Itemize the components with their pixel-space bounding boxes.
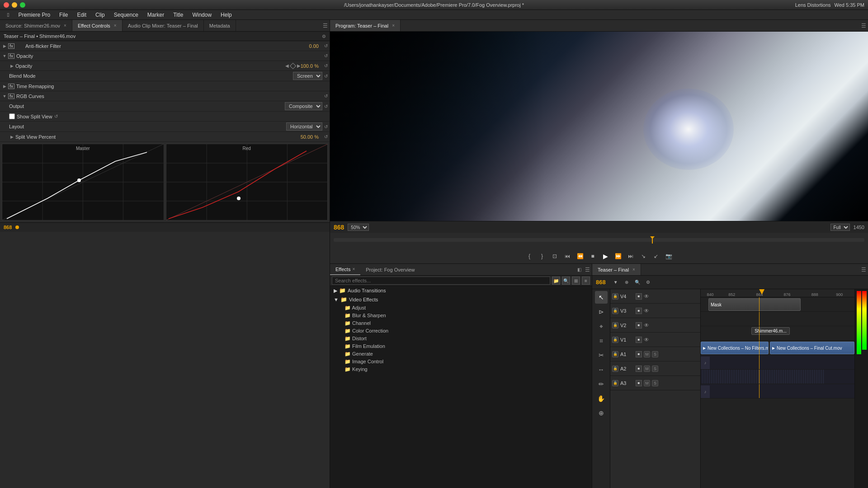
layout-select[interactable]: Horizontal bbox=[286, 122, 322, 131]
effects-panel-menu-icon[interactable]: ☰ bbox=[585, 267, 590, 273]
opacity-expand[interactable]: ▼ bbox=[2, 53, 7, 59]
timeline-tab[interactable]: Teaser – Final × bbox=[592, 264, 641, 275]
menu-marker[interactable]: Marker bbox=[144, 11, 168, 19]
step-fwd-btn[interactable]: ⏩ bbox=[613, 251, 623, 262]
v3-lock[interactable]: 🔒 bbox=[612, 308, 618, 314]
show-split-view-checkbox[interactable] bbox=[9, 113, 15, 119]
generate-item[interactable]: 📁 Generate bbox=[330, 350, 592, 358]
program-monitor-menu-icon[interactable]: ☰ bbox=[861, 23, 866, 29]
v4-lock[interactable]: 🔒 bbox=[612, 293, 618, 300]
keying-item[interactable]: 📁 Keying bbox=[330, 366, 592, 373]
color-correction-item[interactable]: 📁 Color Correction bbox=[330, 327, 592, 335]
v4-sync[interactable]: ■ bbox=[636, 293, 642, 300]
program-monitor-tab[interactable]: Program: Teaser – Final × bbox=[330, 20, 401, 31]
mark-in-btn[interactable]: { bbox=[524, 251, 535, 262]
anti-flicker-value[interactable]: 0.00 bbox=[309, 43, 319, 49]
minimize-button[interactable] bbox=[12, 2, 17, 8]
a1-lock[interactable]: 🔒 bbox=[612, 351, 618, 357]
export-frame-btn[interactable]: 📷 bbox=[663, 251, 674, 262]
opacity-value[interactable]: 100.0 % bbox=[301, 63, 319, 69]
timeline-settings-btn[interactable]: ⚙ bbox=[644, 278, 653, 287]
timeline-marker-btn[interactable]: ▼ bbox=[611, 278, 620, 287]
rgb-curves-reset[interactable]: ↺ bbox=[324, 94, 328, 99]
a1-sync[interactable]: ■ bbox=[636, 351, 642, 357]
a2-s-btn[interactable]: S bbox=[652, 366, 658, 372]
v4-clip-mask[interactable]: Mask bbox=[708, 298, 801, 311]
icon-view-btn[interactable]: ⊞ bbox=[572, 277, 580, 285]
opacity-value-expand[interactable]: ▶ bbox=[9, 63, 14, 69]
menu-title[interactable]: Title bbox=[170, 11, 187, 19]
slip-tool-btn[interactable]: ↔ bbox=[595, 363, 608, 376]
v1-clip-final-cut[interactable]: ▶ New Collections – Final Cut.mov bbox=[770, 342, 854, 354]
effects-tab[interactable]: Effects × bbox=[330, 264, 360, 275]
menu-file[interactable]: File bbox=[56, 11, 71, 19]
v3-sync[interactable]: ■ bbox=[636, 308, 642, 314]
effects-panel-collapse[interactable]: ◧ bbox=[577, 267, 581, 272]
audio-transitions-category[interactable]: ▶ 📁 Audio Transitions bbox=[330, 286, 592, 295]
source-tab-close[interactable]: × bbox=[64, 23, 66, 28]
blend-mode-select[interactable]: Screen bbox=[293, 72, 322, 80]
overwrite-btn[interactable]: ↙ bbox=[651, 251, 661, 262]
menu-apple[interactable]:  bbox=[4, 11, 13, 19]
selection-tool-btn[interactable]: ↖ bbox=[595, 291, 608, 304]
play-btn[interactable]: ▶ bbox=[600, 251, 611, 262]
v4-eye[interactable]: 👁 bbox=[644, 293, 649, 300]
menu-clip[interactable]: Clip bbox=[92, 11, 108, 19]
layout-reset[interactable]: ↺ bbox=[324, 124, 328, 129]
timeline-add-marker-btn[interactable]: ⊕ bbox=[622, 278, 631, 287]
keyframe-diamond[interactable] bbox=[290, 62, 296, 69]
menu-help[interactable]: Help bbox=[217, 11, 236, 19]
close-button[interactable] bbox=[4, 2, 9, 8]
ripple-edit-tool-btn[interactable]: ⌖ bbox=[595, 320, 608, 333]
video-effects-category[interactable]: ▼ 📁 Video Effects bbox=[330, 295, 592, 304]
mark-out-btn[interactable]: } bbox=[537, 251, 547, 262]
pen-tool-btn[interactable]: ✏ bbox=[595, 378, 608, 390]
anti-flicker-reset[interactable]: ↺ bbox=[324, 43, 328, 48]
timeline-menu-icon[interactable]: ☰ bbox=[861, 267, 866, 273]
channel-item[interactable]: 📁 Channel bbox=[330, 319, 592, 327]
rgb-curves-expand[interactable]: ▼ bbox=[2, 94, 7, 99]
blend-mode-reset[interactable]: ↺ bbox=[324, 74, 328, 79]
insert-btn[interactable]: ↘ bbox=[638, 251, 649, 262]
timeline-tab-close[interactable]: × bbox=[632, 267, 635, 272]
output-reset[interactable]: ↺ bbox=[324, 104, 328, 109]
v2-sync[interactable]: ■ bbox=[636, 322, 642, 328]
keyframe-nav-left[interactable]: ◀ bbox=[285, 63, 289, 68]
go-to-in-btn[interactable]: ⏮ bbox=[562, 251, 573, 262]
metadata-tab[interactable]: Metadata bbox=[204, 20, 236, 31]
list-view-btn[interactable]: ≡ bbox=[582, 277, 590, 285]
program-monitor-close[interactable]: × bbox=[392, 23, 395, 28]
panel-menu-icon[interactable]: ☰ bbox=[323, 23, 328, 29]
project-tab[interactable]: Project: Fog Overview bbox=[360, 264, 420, 275]
image-control-item[interactable]: 📁 Image Control bbox=[330, 358, 592, 366]
output-select[interactable]: Composite bbox=[285, 102, 322, 110]
effect-controls-tab-close[interactable]: × bbox=[114, 23, 117, 28]
opacity-reset[interactable]: ↺ bbox=[324, 63, 328, 68]
show-split-view-label[interactable]: Show Split View bbox=[9, 113, 52, 119]
track-select-tool-btn[interactable]: ⊳ bbox=[595, 305, 608, 318]
program-monitor-menu[interactable]: ☰ bbox=[861, 23, 868, 29]
a2-lock[interactable]: 🔒 bbox=[612, 366, 618, 372]
v1-lock[interactable]: 🔒 bbox=[612, 337, 618, 343]
timeline-zoom-out-btn[interactable]: 🔍 bbox=[633, 278, 642, 287]
v2-lock[interactable]: 🔒 bbox=[612, 322, 618, 328]
a2-sync[interactable]: ■ bbox=[636, 366, 642, 372]
quality-select[interactable]: Full bbox=[830, 224, 850, 231]
v1-eye[interactable]: 👁 bbox=[644, 337, 649, 343]
a3-sync[interactable]: ■ bbox=[636, 380, 642, 386]
v3-eye[interactable]: 👁 bbox=[644, 308, 649, 314]
a3-lock[interactable]: 🔒 bbox=[612, 380, 618, 386]
master-curve-svg[interactable] bbox=[2, 144, 164, 220]
red-curve-svg[interactable] bbox=[166, 144, 328, 220]
razor-tool-btn[interactable]: ✂ bbox=[595, 349, 608, 361]
v1-clip-no-filters[interactable]: ▶ New Collections – No Filters.mov bbox=[701, 342, 769, 354]
distort-item[interactable]: 📁 Distort bbox=[330, 335, 592, 343]
a3-m-btn[interactable]: M bbox=[644, 380, 650, 386]
red-curve-graph[interactable]: Red bbox=[166, 144, 328, 221]
a1-s-btn[interactable]: S bbox=[652, 351, 658, 357]
a1-m-btn[interactable]: M bbox=[644, 351, 650, 357]
rolling-edit-tool-btn[interactable]: ⌗ bbox=[595, 334, 608, 347]
find-btn[interactable]: 🔍 bbox=[562, 277, 570, 285]
menu-window[interactable]: Window bbox=[189, 11, 215, 19]
set-poster-btn[interactable]: ⊡ bbox=[549, 251, 560, 262]
